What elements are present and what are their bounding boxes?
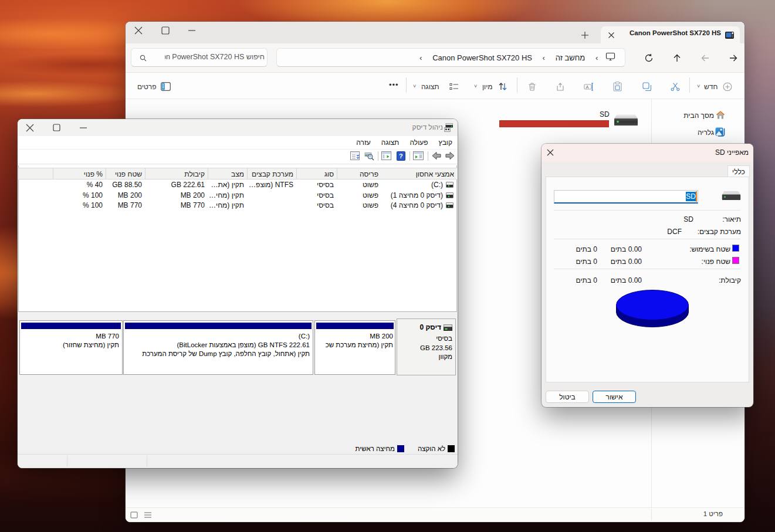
svg-text:?: ? bbox=[399, 153, 403, 160]
svg-text:A: A bbox=[586, 84, 588, 90]
